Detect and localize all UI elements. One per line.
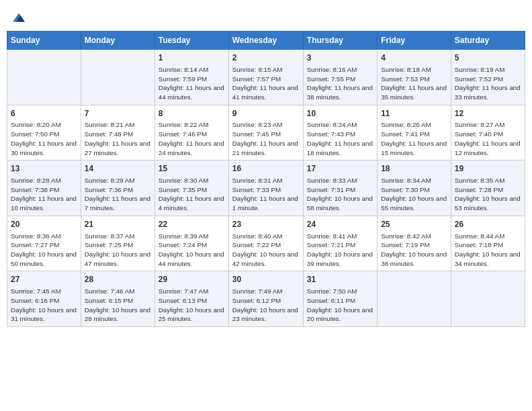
day-info: Sunrise: 8:18 AM Sunset: 7:53 PM Dayligh…	[381, 65, 447, 102]
day-number: 28	[85, 274, 151, 285]
day-info: Sunrise: 8:26 AM Sunset: 7:41 PM Dayligh…	[381, 120, 447, 157]
day-number: 13	[11, 163, 77, 175]
day-info: Sunrise: 8:21 AM Sunset: 7:48 PM Dayligh…	[85, 120, 151, 157]
day-info: Sunrise: 8:23 AM Sunset: 7:45 PM Dayligh…	[232, 120, 300, 157]
day-info: Sunrise: 8:44 AM Sunset: 7:18 PM Dayligh…	[455, 232, 521, 269]
calendar-cell	[81, 50, 154, 105]
logo	[9, 9, 27, 26]
day-number: 26	[455, 219, 521, 230]
day-info: Sunrise: 8:42 AM Sunset: 7:19 PM Dayligh…	[381, 232, 447, 269]
calendar-cell: 19Sunrise: 8:35 AM Sunset: 7:28 PM Dayli…	[451, 161, 525, 216]
calendar-cell: 20Sunrise: 8:36 AM Sunset: 7:27 PM Dayli…	[7, 216, 81, 271]
day-info: Sunrise: 8:24 AM Sunset: 7:43 PM Dayligh…	[307, 120, 373, 157]
day-number: 2	[232, 52, 300, 64]
day-number: 30	[232, 274, 300, 285]
day-number: 24	[307, 219, 373, 230]
day-number: 17	[307, 163, 373, 175]
day-number: 22	[159, 219, 225, 230]
day-number: 4	[381, 52, 447, 64]
calendar-cell: 29Sunrise: 7:47 AM Sunset: 6:13 PM Dayli…	[154, 271, 228, 327]
day-number: 5	[455, 52, 521, 64]
day-info: Sunrise: 8:16 AM Sunset: 7:55 PM Dayligh…	[307, 65, 373, 102]
calendar-cell: 11Sunrise: 8:26 AM Sunset: 7:41 PM Dayli…	[378, 105, 451, 161]
day-info: Sunrise: 8:14 AM Sunset: 7:59 PM Dayligh…	[159, 65, 225, 102]
calendar-cell: 7Sunrise: 8:21 AM Sunset: 7:48 PM Daylig…	[81, 105, 154, 161]
day-info: Sunrise: 8:36 AM Sunset: 7:27 PM Dayligh…	[11, 232, 77, 269]
calendar-cell: 3Sunrise: 8:16 AM Sunset: 7:55 PM Daylig…	[303, 50, 377, 105]
calendar-week-row: 6Sunrise: 8:20 AM Sunset: 7:50 PM Daylig…	[7, 105, 525, 161]
calendar-cell: 1Sunrise: 8:14 AM Sunset: 7:59 PM Daylig…	[154, 50, 228, 105]
calendar-cell: 16Sunrise: 8:31 AM Sunset: 7:33 PM Dayli…	[228, 161, 303, 216]
weekday-header: Thursday	[303, 32, 377, 50]
day-info: Sunrise: 8:39 AM Sunset: 7:24 PM Dayligh…	[159, 232, 225, 269]
calendar-week-row: 27Sunrise: 7:45 AM Sunset: 6:16 PM Dayli…	[7, 271, 525, 327]
calendar-cell: 28Sunrise: 7:46 AM Sunset: 6:15 PM Dayli…	[81, 271, 154, 327]
day-number: 11	[381, 108, 447, 120]
calendar-cell: 10Sunrise: 8:24 AM Sunset: 7:43 PM Dayli…	[303, 105, 377, 161]
day-number: 12	[455, 108, 521, 120]
day-number: 3	[307, 52, 373, 64]
day-info: Sunrise: 7:47 AM Sunset: 6:13 PM Dayligh…	[159, 287, 225, 324]
calendar-cell: 2Sunrise: 8:15 AM Sunset: 7:57 PM Daylig…	[228, 50, 303, 105]
day-info: Sunrise: 7:49 AM Sunset: 6:12 PM Dayligh…	[232, 287, 300, 324]
calendar-week-row: 1Sunrise: 8:14 AM Sunset: 7:59 PM Daylig…	[7, 50, 525, 105]
day-info: Sunrise: 8:22 AM Sunset: 7:46 PM Dayligh…	[159, 120, 225, 157]
weekday-header: Wednesday	[228, 32, 303, 50]
calendar-cell: 17Sunrise: 8:33 AM Sunset: 7:31 PM Dayli…	[303, 161, 377, 216]
page-header	[7, 7, 525, 26]
calendar-cell: 22Sunrise: 8:39 AM Sunset: 7:24 PM Dayli…	[154, 216, 228, 271]
calendar-cell: 27Sunrise: 7:45 AM Sunset: 6:16 PM Dayli…	[7, 271, 81, 327]
day-number: 7	[85, 108, 151, 120]
day-number: 20	[11, 219, 77, 230]
day-info: Sunrise: 8:20 AM Sunset: 7:50 PM Dayligh…	[11, 120, 77, 157]
day-number: 16	[232, 163, 300, 175]
weekday-header: Friday	[378, 32, 451, 50]
day-number: 31	[307, 274, 373, 285]
day-info: Sunrise: 8:37 AM Sunset: 7:25 PM Dayligh…	[85, 232, 151, 269]
calendar-cell: 18Sunrise: 8:34 AM Sunset: 7:30 PM Dayli…	[378, 161, 451, 216]
calendar-week-row: 13Sunrise: 8:28 AM Sunset: 7:38 PM Dayli…	[7, 161, 525, 216]
weekday-header: Saturday	[451, 32, 525, 50]
day-number: 19	[455, 163, 521, 175]
calendar-cell: 6Sunrise: 8:20 AM Sunset: 7:50 PM Daylig…	[7, 105, 81, 161]
day-number: 25	[381, 219, 447, 230]
day-number: 8	[159, 108, 225, 120]
day-info: Sunrise: 8:33 AM Sunset: 7:31 PM Dayligh…	[307, 176, 373, 213]
calendar-week-row: 20Sunrise: 8:36 AM Sunset: 7:27 PM Dayli…	[7, 216, 525, 271]
calendar-cell	[378, 271, 451, 327]
day-info: Sunrise: 8:41 AM Sunset: 7:21 PM Dayligh…	[307, 232, 373, 269]
day-number: 1	[159, 52, 225, 64]
calendar-cell: 13Sunrise: 8:28 AM Sunset: 7:38 PM Dayli…	[7, 161, 81, 216]
calendar-table: SundayMondayTuesdayWednesdayThursdayFrid…	[7, 31, 525, 327]
day-number: 29	[159, 274, 225, 285]
day-info: Sunrise: 7:45 AM Sunset: 6:16 PM Dayligh…	[11, 287, 77, 324]
calendar-cell: 24Sunrise: 8:41 AM Sunset: 7:21 PM Dayli…	[303, 216, 377, 271]
weekday-header: Sunday	[7, 32, 81, 50]
day-number: 9	[232, 108, 300, 120]
day-info: Sunrise: 8:29 AM Sunset: 7:36 PM Dayligh…	[85, 176, 151, 213]
day-info: Sunrise: 8:30 AM Sunset: 7:35 PM Dayligh…	[159, 176, 225, 213]
calendar-cell: 23Sunrise: 8:40 AM Sunset: 7:22 PM Dayli…	[228, 216, 303, 271]
calendar-cell: 21Sunrise: 8:37 AM Sunset: 7:25 PM Dayli…	[81, 216, 154, 271]
calendar-cell	[7, 50, 81, 105]
logo-icon	[11, 9, 27, 26]
day-info: Sunrise: 7:50 AM Sunset: 6:11 PM Dayligh…	[307, 287, 373, 324]
calendar-cell: 12Sunrise: 8:27 AM Sunset: 7:40 PM Dayli…	[451, 105, 525, 161]
day-number: 6	[11, 108, 77, 120]
calendar-cell: 31Sunrise: 7:50 AM Sunset: 6:11 PM Dayli…	[303, 271, 377, 327]
calendar-cell: 26Sunrise: 8:44 AM Sunset: 7:18 PM Dayli…	[451, 216, 525, 271]
calendar-cell: 14Sunrise: 8:29 AM Sunset: 7:36 PM Dayli…	[81, 161, 154, 216]
day-info: Sunrise: 8:28 AM Sunset: 7:38 PM Dayligh…	[11, 176, 77, 213]
day-number: 14	[85, 163, 151, 175]
day-number: 21	[85, 219, 151, 230]
calendar-cell: 9Sunrise: 8:23 AM Sunset: 7:45 PM Daylig…	[228, 105, 303, 161]
day-info: Sunrise: 8:19 AM Sunset: 7:52 PM Dayligh…	[455, 65, 521, 102]
day-info: Sunrise: 7:46 AM Sunset: 6:15 PM Dayligh…	[85, 287, 151, 324]
day-info: Sunrise: 8:35 AM Sunset: 7:28 PM Dayligh…	[455, 176, 521, 213]
calendar-header: SundayMondayTuesdayWednesdayThursdayFrid…	[7, 32, 525, 50]
day-number: 10	[307, 108, 373, 120]
calendar-cell: 8Sunrise: 8:22 AM Sunset: 7:46 PM Daylig…	[154, 105, 228, 161]
weekday-header: Monday	[81, 32, 154, 50]
day-info: Sunrise: 8:31 AM Sunset: 7:33 PM Dayligh…	[232, 176, 300, 213]
calendar-cell	[451, 271, 525, 327]
